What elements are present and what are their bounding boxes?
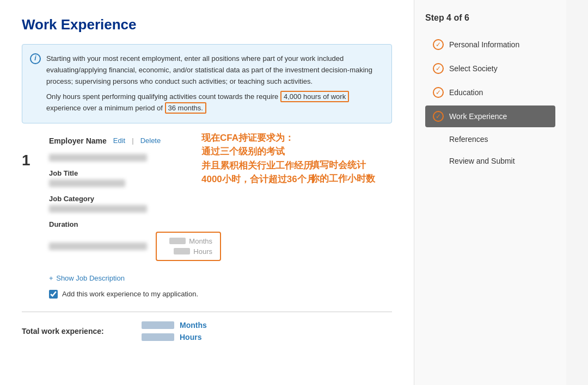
employer-value [49,154,147,162]
hours-row: Hours [174,247,212,256]
step-item-review-submit[interactable]: Review and Submit [425,151,555,171]
months-num [169,238,186,244]
months-unit: Months [189,237,212,245]
job-category-label: Job Category [49,195,392,203]
info-text-1: Starting with your most recent employmen… [46,53,383,87]
duration-group: Duration Months Hours [49,220,392,261]
job-title-label: Job Title [49,169,392,177]
step-item-personal-info[interactable]: ✓ Personal Information [425,34,555,55]
check-education: ✓ [433,87,444,98]
label-education: Education [449,88,483,97]
duration-box: Months Hours 填写时会统计 你的工作小时数 [49,232,392,261]
entry-section: 1 Employer Name Edit | Delete Job Title … [22,136,392,299]
step-item-education[interactable]: ✓ Education [425,82,555,103]
show-job-link[interactable]: + Show Job Description [49,274,125,282]
total-values: Months Hours [142,321,207,341]
hours-highlight: 4,000 hours of work [280,91,349,102]
plus-icon: + [49,274,53,282]
entry-number: 1 [22,136,38,299]
page-title: Work Experience [22,16,392,33]
total-label: Total work experience: [22,327,131,336]
step-item-references[interactable]: References [425,129,555,149]
edit-link[interactable]: Edit [113,136,125,145]
label-work-experience: Work Experience [449,112,507,121]
months-highlight: 36 months. [165,102,206,114]
separator: | [132,136,133,145]
duration-label: Duration [49,220,392,228]
info-text-2: Only hours spent performing qualifying a… [46,91,383,114]
label-select-society: Select Society [449,64,498,73]
checkbox-row: Add this work experience to my applicati… [49,290,392,299]
label-review-submit: Review and Submit [449,157,515,165]
info-box: i Starting with your most recent employm… [22,44,392,123]
duration-value [49,243,147,250]
hours-unit: Hours [193,247,212,256]
employer-header: Employer Name Edit | Delete [49,136,392,145]
check-personal-info: ✓ [433,39,444,50]
job-category-group: Job Category [49,195,392,213]
checkbox-label: Add this work experience to my applicati… [62,290,198,298]
show-job-row: + Show Job Description [49,269,392,282]
total-hours-row: Hours [142,333,207,341]
hours-num [174,248,190,254]
total-hours-unit: Hours [180,333,201,341]
label-references: References [449,135,488,144]
total-months-bar [142,321,174,329]
step-title: Step 4 of 6 [425,13,555,23]
main-content: Work Experience i Starting with your mos… [0,0,414,385]
job-title-group: Job Title [49,169,392,187]
job-title-value [49,179,125,187]
total-section: Total work experience: Months Hours [22,312,392,341]
label-personal-info: Personal Information [449,40,519,49]
total-months-row: Months [142,321,207,330]
employer-label: Employer Name [49,136,107,145]
job-category-value [49,205,147,213]
total-months-unit: Months [180,321,207,330]
delete-link[interactable]: Delete [140,136,161,145]
check-work-experience: ✓ [433,111,444,122]
step-item-select-society[interactable]: ✓ Select Society [425,58,555,79]
sidebar: Step 4 of 6 ✓ Personal Information ✓ Sel… [414,0,566,385]
add-experience-checkbox[interactable] [49,290,58,299]
show-job-label: Show Job Description [56,274,125,282]
info-icon: i [30,53,41,64]
entry-fields: Employer Name Edit | Delete Job Title Jo… [49,136,392,299]
step-item-work-experience[interactable]: ✓ Work Experience [425,105,555,127]
months-row: Months [169,237,212,245]
total-hours-bar [142,333,174,341]
check-select-society: ✓ [433,63,444,74]
duration-highlight-box: Months Hours [156,232,221,261]
